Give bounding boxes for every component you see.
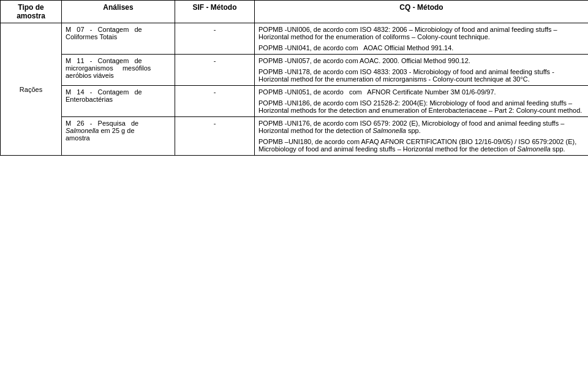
sif-cell-2: - — [175, 55, 255, 86]
cq-para-3-1: POPMB -UNI051, de acordo com AFNOR Certi… — [258, 88, 584, 96]
sif-cell-3: - — [175, 86, 255, 117]
cq-cell-2: POPMB -UNI057, de acordo com AOAC. 2000.… — [255, 55, 589, 86]
sif-cell-4: - — [175, 117, 255, 156]
analises-cell-2: M 11 - Contagem demicrorganismos mesófil… — [62, 55, 175, 86]
cq-cell-3: POPMB -UNI051, de acordo com AFNOR Certi… — [255, 86, 589, 117]
cq-para-1-2: POPMB -UNI041, de acordo com AOAC Offici… — [258, 44, 584, 51]
header-tipo: Tipo de amostra — [1, 1, 62, 23]
analises-cell-3: M 14 - Contagem deEnterobactérias — [62, 86, 175, 117]
analises-cell-4: M 26 - Pesquisa deSalmonella em 25 g dea… — [62, 117, 175, 156]
table-row: M 14 - Contagem deEnterobactérias - POPM… — [1, 86, 589, 117]
cq-para-2-1: POPMB -UNI057, de acordo com AOAC. 2000.… — [258, 57, 584, 64]
cq-para-1-1: POPMB -UNI006, de acordo com ISO 4832: 2… — [258, 26, 584, 40]
analises-text-3: M 14 - Contagem deEnterobactérias — [66, 88, 142, 103]
table-row: M 26 - Pesquisa deSalmonella em 25 g dea… — [1, 117, 589, 156]
table-row: M 11 - Contagem demicrorganismos mesófil… — [1, 55, 589, 86]
cq-para-4-2: POPMB –UNI180, de acordo com AFAQ AFNOR … — [258, 138, 584, 153]
table-row: Rações M 07 - Contagem deColiformes Tota… — [1, 23, 589, 55]
salmonella-italic-analises: Salmonella — [66, 127, 99, 134]
header-sif: SIF - Método — [175, 1, 255, 23]
analises-text-4: M 26 - Pesquisa deSalmonella em 25 g dea… — [66, 120, 138, 142]
cq-para-3-2: POPMB -UNI186, de acordo com ISO 21528-2… — [258, 99, 584, 114]
analises-text-2: M 11 - Contagem demicrorganismos mesófil… — [66, 57, 151, 79]
cq-para-2-2: POPMB -UNI178, de acordo com ISO 4833: 2… — [258, 68, 584, 83]
analises-text-1: M 07 - Contagem deColiformes Totais — [66, 26, 142, 40]
tipo-amostra-cell: Rações — [1, 23, 62, 156]
header-analises: Análises — [62, 1, 175, 23]
cq-cell-1: POPMB -UNI006, de acordo com ISO 4832: 2… — [255, 23, 589, 55]
main-table: Tipo de amostra Análises SIF - Método CQ… — [0, 0, 588, 156]
header-cq: CQ - Método — [255, 1, 589, 23]
salmonella-italic-2: Salmonella — [517, 145, 550, 153]
salmonella-italic-1: Salmonella — [373, 127, 406, 134]
cq-para-4-1: POPMB -UNI176, de acordo com ISO 6579: 2… — [258, 120, 584, 134]
sif-cell-1: - — [175, 23, 255, 55]
cq-cell-4: POPMB -UNI176, de acordo com ISO 6579: 2… — [255, 117, 589, 156]
analises-cell-1: M 07 - Contagem deColiformes Totais — [62, 23, 175, 55]
